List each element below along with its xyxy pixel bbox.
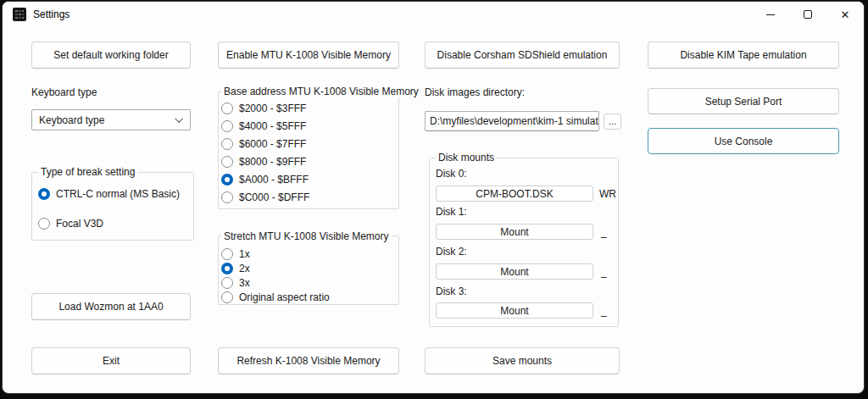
set-default-working-folder-button[interactable]: Set default working folder <box>31 42 191 69</box>
radio-label: 1x <box>239 248 250 260</box>
load-wozmon-button[interactable]: Load Wozmon at 1AA0 <box>31 293 191 320</box>
disk-0-label: Disk 0: <box>436 168 467 180</box>
enable-mtu-visible-memory-button[interactable]: Enable MTU K-1008 Visible Memory <box>218 42 399 69</box>
disk-2-label: Disk 2: <box>436 246 467 258</box>
radio-icon <box>221 138 233 150</box>
settings-window: Settings ✕ Set default working folder Ke… <box>2 1 865 394</box>
disk-0-mount-button[interactable]: CPM-BOOT.DSK <box>436 186 593 202</box>
radio-label: Original aspect ratio <box>239 291 330 303</box>
refresh-visible-memory-button[interactable]: Refresh K-1008 Visible Memory <box>218 347 399 374</box>
exit-button[interactable]: Exit <box>31 347 191 374</box>
break-setting-group-title: Type of break setting <box>38 166 137 178</box>
radio-label: $6000 - $7FFF <box>239 138 306 150</box>
caption-buttons: ✕ <box>752 2 864 27</box>
disk-1-label: Disk 1: <box>436 206 467 218</box>
disk-images-directory-label: Disk images directory: <box>425 86 525 98</box>
base-address-group-title: Base address MTU K-1008 Visible Memory <box>221 86 421 97</box>
titlebar: Settings ✕ <box>3 2 864 27</box>
radio-icon <box>221 174 233 186</box>
disk-mounts-group-title: Disk mounts <box>436 152 497 163</box>
disable-corsham-sdshield-button[interactable]: Disable Corsham SDShield emulation <box>425 42 620 69</box>
radio-base-2000[interactable]: $2000 - $3FFF <box>221 102 306 115</box>
disk-3-label: Disk 3: <box>436 285 467 297</box>
radio-stretch-2x[interactable]: 2x <box>221 262 250 275</box>
radio-focal-v3d[interactable]: Focal V3D <box>38 217 103 230</box>
radio-label: $2000 - $3FFF <box>239 103 306 114</box>
radio-icon <box>221 156 233 168</box>
browse-directory-button[interactable]: ... <box>604 114 621 130</box>
app-icon <box>13 8 26 21</box>
disk-3-mount-button[interactable]: Mount <box>436 302 593 319</box>
disk-images-directory-input[interactable]: D:\myfiles\development\kim-1 simulato <box>425 111 599 131</box>
close-button[interactable]: ✕ <box>826 2 864 27</box>
radio-label: $C000 - $DFFF <box>239 191 309 203</box>
radio-base-4000[interactable]: $4000 - $5FFF <box>221 119 306 133</box>
radio-base-6000[interactable]: $6000 - $7FFF <box>221 137 306 151</box>
radio-label: $A000 - $BFFF <box>239 174 309 186</box>
radio-label: $8000 - $9FFF <box>239 156 306 168</box>
desktop-background: Settings ✕ Set default working folder Ke… <box>0 0 868 399</box>
maximize-icon <box>804 10 812 19</box>
radio-icon <box>221 120 233 132</box>
radio-stretch-original[interactable]: Original aspect ratio <box>221 291 330 304</box>
disable-kim-tape-button[interactable]: Disable KIM Tape emulation <box>648 42 839 69</box>
disk-3-status: _ <box>601 305 607 317</box>
radio-icon <box>221 103 233 114</box>
radio-label: 2x <box>239 263 250 274</box>
close-icon: ✕ <box>841 9 850 20</box>
setup-serial-port-button[interactable]: Setup Serial Port <box>648 88 839 114</box>
disk-0-status: WR <box>599 188 616 200</box>
radio-label: 3x <box>239 277 250 289</box>
minimize-icon <box>766 14 775 15</box>
radio-icon <box>38 188 50 200</box>
radio-icon <box>221 263 233 274</box>
keyboard-type-select[interactable]: Keyboard type <box>31 109 191 130</box>
radio-icon <box>221 191 233 203</box>
disk-2-mount-button[interactable]: Mount <box>436 263 593 280</box>
maximize-button[interactable] <box>789 2 826 27</box>
disk-1-mount-button[interactable]: Mount <box>436 224 593 240</box>
radio-label: CTRL-C normal (MS Basic) <box>56 188 180 200</box>
radio-base-8000[interactable]: $8000 - $9FFF <box>221 155 306 169</box>
radio-icon <box>221 277 233 289</box>
save-mounts-button[interactable]: Save mounts <box>425 347 620 374</box>
radio-ctrlc-normal[interactable]: CTRL-C normal (MS Basic) <box>38 187 180 201</box>
minimize-button[interactable] <box>752 2 789 27</box>
disk-1-status: _ <box>601 226 607 238</box>
radio-stretch-3x[interactable]: 3x <box>221 276 250 290</box>
radio-icon <box>221 248 233 260</box>
radio-base-c000[interactable]: $C000 - $DFFF <box>221 191 309 204</box>
keyboard-type-selected-value: Keyboard type <box>39 114 177 126</box>
radio-base-a000[interactable]: $A000 - $BFFF <box>221 173 309 186</box>
radio-icon <box>221 291 233 303</box>
radio-label: $4000 - $5FFF <box>239 120 306 132</box>
stretch-group-title: Stretch MTU K-1008 Visible Memory <box>221 230 392 242</box>
window-title: Settings <box>33 8 70 20</box>
use-console-button[interactable]: Use Console <box>648 128 839 154</box>
radio-label: Focal V3D <box>56 218 103 230</box>
radio-stretch-1x[interactable]: 1x <box>221 247 250 261</box>
keyboard-type-label: Keyboard type <box>31 86 97 98</box>
disk-mounts-group <box>429 158 619 327</box>
disk-2-status: _ <box>601 266 607 278</box>
radio-icon <box>38 218 50 230</box>
